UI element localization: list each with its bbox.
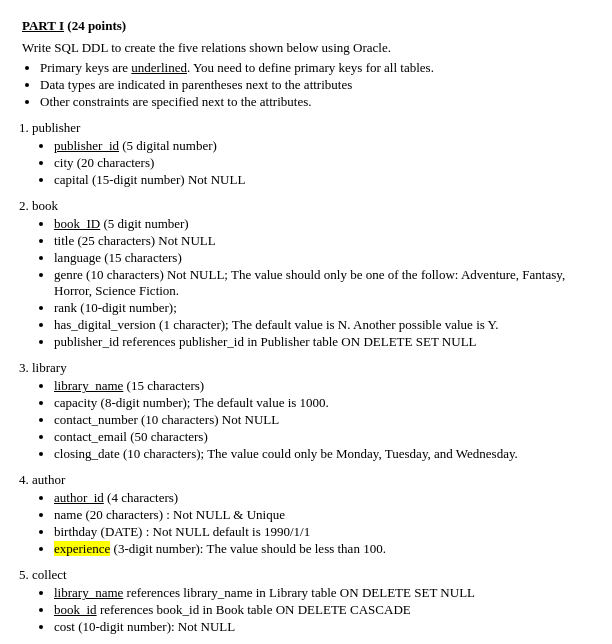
author-attrs: author_id (4 characters) name (20 charac… [54, 490, 590, 557]
section-collect-name: collect [32, 567, 590, 583]
section-author-name: author [32, 472, 590, 488]
instructions-list: Primary keys are underlined. You need to… [40, 60, 590, 110]
page-container: PART I (24 points) Write SQL DDL to crea… [22, 18, 590, 644]
instruction-item: Data types are indicated in parentheses … [40, 77, 590, 93]
attr-author-id: author_id (4 characters) [54, 490, 590, 506]
publisher-attrs: publisher_id (5 digital number) city (20… [54, 138, 590, 188]
section-book-name: book [32, 198, 590, 214]
attr-book-id: book_ID (5 digit number) [54, 216, 590, 232]
attr-experience: experience (3-digit number): The value s… [54, 541, 590, 557]
pk-collect-library: library_name [54, 585, 123, 600]
attr-capital: capital (15-digit number) Not NULL [54, 172, 590, 188]
attr-closing-date: closing_date (10 characters); The value … [54, 446, 590, 462]
attr-name: name (20 characters) : Not NULL & Unique [54, 507, 590, 523]
part-header: PART I (24 points) [22, 18, 590, 34]
attr-cost: cost (10-digit number): Not NULL [54, 619, 590, 635]
pk-author-id: author_id [54, 490, 104, 505]
section-publisher: publisher publisher_id (5 digital number… [32, 120, 590, 188]
pk-publisher-id: publisher_id [54, 138, 119, 153]
attr-rank: rank (10-digit number); [54, 300, 590, 316]
pk-book-id: book_ID [54, 216, 100, 231]
attr-publisher-ref: publisher_id references publisher_id in … [54, 334, 590, 350]
attr-contact-email: contact_email (50 characters) [54, 429, 590, 445]
attr-birthday: birthday (DATE) : Not NULL default is 19… [54, 524, 590, 540]
section-publisher-name: publisher [32, 120, 590, 136]
attr-collect-library-name: library_name references library_name in … [54, 585, 590, 601]
attr-title: title (25 characters) Not NULL [54, 233, 590, 249]
attr-genre: genre (10 characters) Not NULL; The valu… [54, 267, 590, 299]
pk-library-name: library_name [54, 378, 123, 393]
pk-collect-book: book_id [54, 602, 97, 617]
book-attrs: book_ID (5 digit number) title (25 chara… [54, 216, 590, 350]
collect-attrs: library_name references library_name in … [54, 585, 590, 635]
part-title: PART I [22, 18, 64, 33]
attr-language: language (15 characters) [54, 250, 590, 266]
attr-collect-book-id: book_id references book_id in Book table… [54, 602, 590, 618]
instruction-item: Other constraints are specified next to … [40, 94, 590, 110]
attr-contact-number: contact_number (10 characters) Not NULL [54, 412, 590, 428]
section-library: library library_name (15 characters) cap… [32, 360, 590, 462]
section-collect: collect library_name references library_… [32, 567, 590, 635]
attr-library-name: library_name (15 characters) [54, 378, 590, 394]
part-points-text: (24 points) [67, 18, 126, 33]
attr-publisher-id: publisher_id (5 digital number) [54, 138, 590, 154]
section-book: book book_ID (5 digit number) title (25 … [32, 198, 590, 350]
attr-has-digital: has_digital_version (1 character); The d… [54, 317, 590, 333]
library-attrs: library_name (15 characters) capacity (8… [54, 378, 590, 462]
relations-list: publisher publisher_id (5 digital number… [32, 120, 590, 644]
section-library-name: library [32, 360, 590, 376]
section-author: author author_id (4 characters) name (20… [32, 472, 590, 557]
intro-text: Write SQL DDL to create the five relatio… [22, 40, 590, 56]
instruction-item: Primary keys are underlined. You need to… [40, 60, 590, 76]
attr-city: city (20 characters) [54, 155, 590, 171]
underline-label: underlined [131, 60, 187, 75]
highlight-experience: experience [54, 541, 110, 556]
attr-capacity: capacity (8-digit number); The default v… [54, 395, 590, 411]
